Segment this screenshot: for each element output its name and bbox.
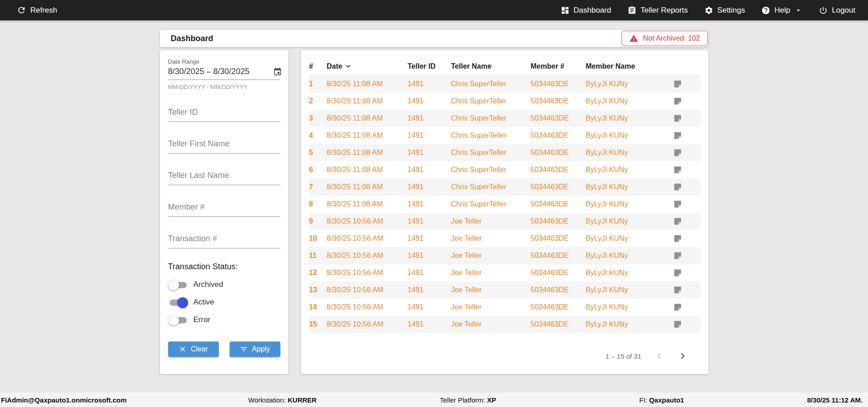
active-toggle-label: Active [193,298,214,307]
note-icon[interactable] [668,148,700,157]
table-row[interactable]: 14 8/30/25 10:56 AM 1491 Joe Teller 5034… [309,299,700,316]
note-icon[interactable] [668,200,700,209]
next-page-button[interactable] [677,350,689,362]
row-member-name: ByLyJI KUNy [586,252,668,260]
table-row[interactable]: 12 8/30/25 10:56 AM 1491 Joe Teller 5034… [309,264,700,281]
note-icon[interactable] [668,268,700,277]
table-row[interactable]: 15 8/30/25 10:56 AM 1491 Joe Teller 5034… [309,316,700,333]
apply-button-label: Apply [252,345,270,353]
table-row[interactable]: 6 8/30/25 11:08 AM 1491 Chris SuperTelle… [309,161,700,178]
not-archived-badge: Not Archived: 102 [622,31,708,46]
toggle-thumb [168,315,179,326]
status-fi: FI: Qaxpauto1 [639,396,684,404]
teller-last-name-input[interactable] [168,167,280,185]
row-teller-id: 1491 [408,252,451,260]
platform-value: XP [487,396,496,404]
row-teller-name: Joe Teller [451,269,531,277]
nav-logout[interactable]: Logout [819,6,855,15]
teller-first-name-input[interactable] [168,136,280,154]
note-icon[interactable] [668,131,700,140]
table-row[interactable]: 4 8/30/25 11:08 AM 1491 Chris SuperTelle… [309,127,700,144]
date-range-hint: MM/DD/YYYY - MM/DD/YYYY [168,84,280,90]
row-member-num: 5034463DE [531,252,586,260]
row-number: 14 [309,303,327,311]
row-teller-name: Chris SuperTeller [451,149,531,157]
row-number: 13 [309,286,327,294]
note-icon[interactable] [668,114,700,123]
toggle-row-active: Active [168,298,280,307]
status-workstation: Workstation: KURRER [248,396,316,404]
table-row[interactable]: 9 8/30/25 10:56 AM 1491 Joe Teller 50344… [309,213,700,230]
fi-label: FI: [639,396,647,404]
note-icon[interactable] [668,97,700,106]
table-row[interactable]: 11 8/30/25 10:56 AM 1491 Joe Teller 5034… [309,247,700,264]
col-header-teller-id: Teller ID [408,62,451,70]
teller-id-input[interactable] [168,104,280,122]
row-member-num: 5034463DE [531,166,586,174]
note-icon[interactable] [668,165,700,174]
row-number: 15 [309,320,327,328]
table-row[interactable]: 8 8/30/25 11:08 AM 1491 Chris SuperTelle… [309,196,700,213]
note-icon[interactable] [668,251,700,260]
note-icon[interactable] [668,217,700,226]
row-member-name: ByLyJI KUNy [586,149,668,157]
dashboard-icon [561,6,570,15]
table-row[interactable]: 7 8/30/25 11:08 AM 1491 Chris SuperTelle… [309,178,700,196]
note-icon[interactable] [668,234,700,243]
archived-toggle[interactable] [168,281,188,289]
note-icon[interactable] [668,80,700,89]
row-teller-id: 1491 [408,97,451,105]
table-body: 1 8/30/25 11:08 AM 1491 Chris SuperTelle… [309,75,700,333]
clear-button-label: Clear [191,345,208,353]
filter-panel: Date Range MM/DD/YYYY - MM/DD/YYYY Trans… [160,50,288,374]
row-date: 8/30/25 11:08 AM [327,80,408,88]
table-row[interactable]: 13 8/30/25 10:56 AM 1491 Joe Teller 5034… [309,281,700,299]
note-icon[interactable] [668,285,700,295]
table-row[interactable]: 5 8/30/25 11:08 AM 1491 Chris SuperTelle… [309,144,700,161]
row-number: 9 [309,217,327,225]
nav-settings[interactable]: Settings [704,6,745,15]
row-number: 4 [309,131,327,140]
row-member-name: ByLyJI KUNy [586,166,668,174]
refresh-button[interactable]: Refresh [17,5,57,15]
row-teller-name: Joe Teller [451,252,531,260]
date-range-input[interactable] [168,67,273,76]
toggle-thumb [168,280,179,290]
note-icon[interactable] [668,320,700,329]
nav-teller-reports[interactable]: Teller Reports [627,6,688,15]
table-row[interactable]: 2 8/30/25 11:08 AM 1491 Chris SuperTelle… [309,93,700,110]
not-archived-label: Not Archived: 102 [643,34,700,42]
apply-button[interactable]: Apply [230,342,280,357]
table-row[interactable]: 1 8/30/25 11:08 AM 1491 Chris SuperTelle… [309,75,700,93]
row-teller-name: Joe Teller [451,303,531,311]
col-header-teller-name: Teller Name [451,62,531,70]
row-teller-id: 1491 [408,80,451,88]
nav-dashboard[interactable]: Dashboard [561,6,611,15]
row-date: 8/30/25 11:08 AM [327,200,408,208]
col-header-date[interactable]: Date [327,62,408,70]
transaction-number-input[interactable] [168,230,280,248]
table-row[interactable]: 3 8/30/25 11:08 AM 1491 Chris SuperTelle… [309,110,700,127]
member-number-input[interactable] [168,199,280,217]
transactions-table-card: # Date Teller ID Teller Name Member # Me… [301,50,708,374]
page-header-bar: Dashboard Not Archived: 102 [160,30,708,47]
row-member-num: 5034463DE [531,80,586,88]
top-bar: Refresh Dashboard Teller Reports Setting… [0,0,868,20]
calendar-icon[interactable] [273,67,282,76]
row-number: 10 [309,234,327,243]
gear-icon [704,6,713,15]
col-header-member-num: Member # [531,62,586,70]
active-toggle[interactable] [168,299,188,306]
note-icon[interactable] [668,303,700,312]
nav-help[interactable]: Help [761,6,802,15]
error-toggle[interactable] [168,316,188,324]
row-member-name: ByLyJI KUNy [586,131,668,140]
col-header-num: # [309,62,327,70]
pagination: 1 – 15 of 31 [309,350,700,362]
toggle-row-archived: Archived [168,280,280,289]
row-member-num: 5034463DE [531,131,586,140]
table-row[interactable]: 10 8/30/25 10:56 AM 1491 Joe Teller 5034… [309,230,700,247]
note-icon[interactable] [668,182,700,192]
clear-button[interactable]: Clear [168,342,219,357]
row-member-num: 5034463DE [531,149,586,157]
